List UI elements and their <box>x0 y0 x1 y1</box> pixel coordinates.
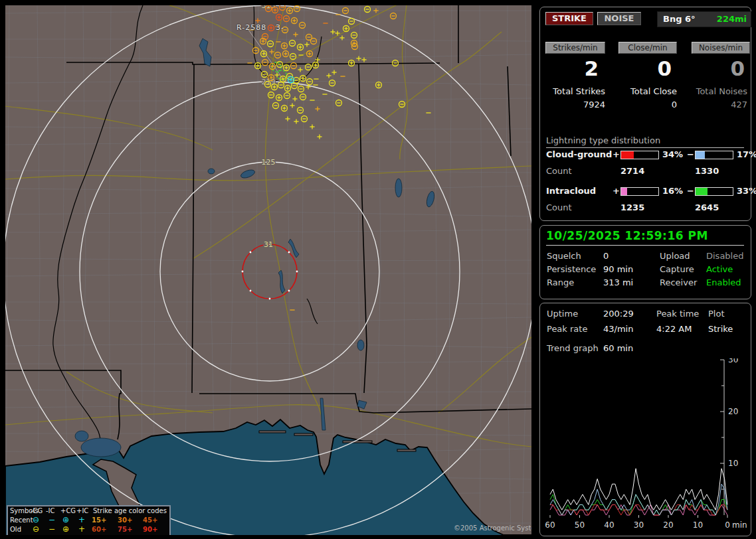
legend-age-code: 45+ <box>143 516 157 524</box>
squelch-value: 0 <box>603 251 609 261</box>
svg-text:30: 30 <box>634 520 644 530</box>
minus-sign: − <box>687 186 694 196</box>
receiver-label: Receiver <box>660 277 697 287</box>
lightning-map[interactable]: 31321912531 R-2588 3- ©2005 Astrogenic S… <box>5 5 531 535</box>
ic-plus-pct: 16% <box>662 186 683 196</box>
airspace-label-suffix: 3- <box>276 23 284 32</box>
cg-minus-pct: 17% <box>737 149 756 159</box>
cg-minus-count: 1330 <box>695 166 719 176</box>
peak-rate-value: 43/min <box>603 324 633 334</box>
svg-text:20: 20 <box>728 407 738 416</box>
bearing-readout: Bng 6° 224mi <box>657 11 751 27</box>
datetime-display: 10/25/2025 12:59:16 PM <box>546 229 744 246</box>
legend-header: +IC <box>76 507 88 514</box>
copyright-text: ©2005 Astrogenic Systems <box>454 524 531 532</box>
legend-header: +CG <box>60 507 76 514</box>
state-borders <box>5 5 531 439</box>
total-strikes-value: 7924 <box>541 100 605 110</box>
noises-per-min-label[interactable]: Noises/min <box>692 42 750 54</box>
cg-minus-bar <box>695 151 733 159</box>
noises-per-min-value: 0 <box>692 56 745 80</box>
ic-minus-count: 2645 <box>695 202 719 212</box>
plus-sign: + <box>613 186 620 196</box>
svg-text:min: min <box>732 520 747 530</box>
system-status-panel: 10/25/2025 12:59:16 PM Squelch 0 Upload … <box>539 225 751 299</box>
count-label: Count <box>546 202 572 212</box>
svg-text:10: 10 <box>693 520 703 530</box>
legend-symbol: ⊖ <box>33 526 39 533</box>
count-label: Count <box>546 166 572 176</box>
app-window: 31321912531 R-2588 3- ©2005 Astrogenic S… <box>0 0 756 539</box>
svg-text:60: 60 <box>545 520 555 530</box>
svg-text:0: 0 <box>725 520 730 530</box>
upload-value: Disabled <box>706 251 743 261</box>
total-noises-value: 427 <box>684 100 747 110</box>
legend-symbol: ⊕ <box>62 526 69 533</box>
capture-label: Capture <box>660 264 694 274</box>
total-close-value: 0 <box>613 100 677 110</box>
total-strikes-label: Total Strikes <box>541 86 605 96</box>
capture-value: Active <box>706 264 733 274</box>
legend-symbol: ⊕ <box>62 516 69 524</box>
ic-minus-pct: 33% <box>737 186 756 196</box>
svg-text:31: 31 <box>264 240 273 249</box>
range-value: 313 mi <box>603 277 633 287</box>
legend-symbol: + <box>78 516 85 524</box>
cloud-ground-label: Cloud-ground <box>546 149 612 159</box>
svg-text:50: 50 <box>575 520 585 530</box>
trend-panel: Uptime 200:29 Peak time Plot Peak rate 4… <box>539 303 751 536</box>
upload-label: Upload <box>660 251 690 261</box>
persistence-value: 90 min <box>603 264 633 274</box>
bearing-value: Bng 6° <box>663 14 696 24</box>
trend-graph-value: 60 min <box>603 343 633 353</box>
svg-text:125: 125 <box>262 158 276 167</box>
ic-minus-bar <box>695 187 733 196</box>
svg-text:20: 20 <box>663 520 673 530</box>
squelch-label: Squelch <box>547 251 581 261</box>
legend-symbol: ⊖ <box>33 516 39 524</box>
noise-button[interactable]: NOISE <box>597 12 641 25</box>
map-canvas: 31321912531 <box>5 5 531 535</box>
legend-age-code: 90+ <box>143 526 157 533</box>
total-close-label: Total Close <box>613 86 677 96</box>
peak-time-label: Peak time <box>656 309 699 319</box>
persistence-label: Persistence <box>547 264 596 274</box>
plus-sign: + <box>613 149 620 159</box>
cg-plus-count: 2714 <box>620 166 644 176</box>
uptime-value: 200:29 <box>603 309 634 319</box>
legend-header: -CG <box>31 507 43 514</box>
legend-symbol: − <box>48 516 55 524</box>
symbol-legend: Symbols-CG-IC+CG+ICStrike age color code… <box>7 505 171 535</box>
ic-plus-count: 1235 <box>620 202 644 212</box>
trend-chart: 1020306050403020100min <box>540 358 751 534</box>
legend-symbol: + <box>78 526 85 533</box>
svg-text:30: 30 <box>728 358 738 364</box>
airspace-leader-line <box>247 28 284 81</box>
legend-age-code: 75+ <box>118 526 132 533</box>
plot-label: Plot <box>708 309 725 319</box>
intracloud-label: Intracloud <box>546 186 596 196</box>
strike-stats-panel: STRIKE NOISE Bng 6° 224mi Strikes/min Cl… <box>539 7 751 221</box>
peak-time-value: 4:22 AM <box>656 324 692 334</box>
strikes-per-min-label[interactable]: Strikes/min <box>545 42 605 54</box>
strikes-per-min-value: 2 <box>545 56 599 80</box>
legend-header: -IC <box>46 507 55 514</box>
legend-row-label: Recent <box>10 516 33 524</box>
peak-rate-label: Peak rate <box>547 324 587 334</box>
uptime-label: Uptime <box>547 309 578 319</box>
airspace-label: R-2588 <box>236 23 266 32</box>
cg-plus-pct: 34% <box>662 149 683 159</box>
total-noises-label: Total Noises <box>684 86 747 96</box>
strike-button[interactable]: STRIKE <box>545 12 593 25</box>
minus-sign: − <box>687 149 694 159</box>
distribution-title: Lightning type distribution <box>546 135 744 148</box>
close-per-min-label[interactable]: Close/min <box>618 42 677 54</box>
cg-plus-bar <box>620 151 659 159</box>
range-label: Range <box>547 277 574 287</box>
legend-age-code: 30+ <box>118 516 132 524</box>
svg-text:10: 10 <box>728 459 738 468</box>
bearing-range-value: 224mi <box>717 14 747 24</box>
ic-plus-bar <box>620 187 659 196</box>
plot-mode-value: Strike <box>708 324 733 334</box>
legend-row-label: Old <box>10 526 21 533</box>
